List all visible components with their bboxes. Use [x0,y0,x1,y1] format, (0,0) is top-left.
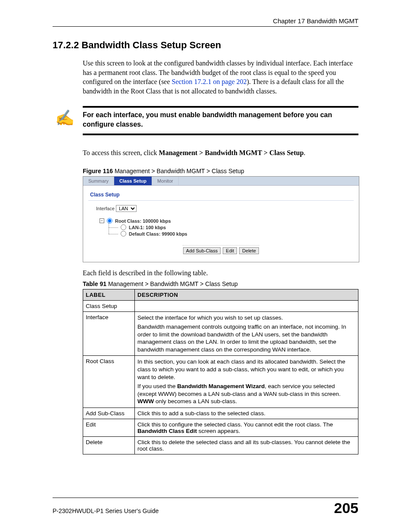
default-class-label: Default Class: 99900 kbps [129,231,187,236]
edit-button[interactable]: Edit [223,247,237,254]
table-caption: Table 91 Management > Bandwidth MGMT > C… [83,280,358,287]
figure-screenshot: Summary Class Setup Monitor Class Setup … [83,176,359,262]
cell-desc-p2: If you used the Bandwidth Management Wiz… [137,383,355,405]
cell-text: Click this to configure the selected cla… [137,421,333,428]
tab-monitor[interactable]: Monitor [152,177,179,185]
delete-button[interactable]: Delete [239,247,259,254]
cell-desc-p1: Select the interface for which you wish … [137,314,355,322]
field-description-table: LABEL DESCRIPTION Class Setup Interface … [83,289,358,454]
header-rule [53,26,358,27]
access-text-c: . [304,149,305,156]
footer-rule [53,498,358,498]
note-rule-top [83,106,358,108]
figure-caption-text: Management > Bandwidth MGMT > Class Setu… [113,168,244,174]
footer-guide-title: P-2302HWUDL-P1 Series User's Guide [53,507,159,514]
tree-toggle-icon[interactable]: − [100,218,104,223]
lan1-label: LAN-1: 100 kbps [129,225,166,230]
lan1-radio[interactable] [121,224,126,230]
cell-text: screen appears. [197,428,240,434]
cell-label: Add Sub-Class [83,408,135,419]
figure-caption-number: Figure 116 [83,168,113,174]
chapter-header: Chapter 17 Bandwidth MGMT [53,17,358,25]
tree-child-1: LAN-1: 100 kbps [109,224,354,230]
table-row: Delete Click this to delete the selected… [83,436,358,454]
note-rule-bottom [83,134,358,135]
access-text-a: To access this screen, click [83,149,159,156]
table-row: Add Sub-Class Click this to add a sub-cl… [83,408,358,419]
cell-desc: Click this to delete the selected class … [135,436,358,454]
interface-row: Interface LAN [96,205,354,212]
table-row: Root Class In this section, you can look… [83,356,358,408]
cell-desc-p2: Bandwidth management controls outgoing t… [137,323,355,353]
cell-text: If you used the [137,383,177,389]
section-heading: 17.2.2 Bandwidth Class Setup Screen [53,40,358,51]
cell-desc: Select the interface for which you wish … [135,311,358,356]
cell-desc: Click this to configure the selected cla… [135,419,358,436]
cell-desc: In this section, you can look at each cl… [135,356,358,408]
intro-paragraph: Use this screen to look at the configure… [83,59,358,96]
access-paragraph: To access this screen, click Management … [83,148,358,158]
default-class-radio[interactable] [121,231,126,236]
class-tree: − Root Class: 100000 kbps LAN-1: 100 kbp… [100,218,354,236]
figure-caption: Figure 116 Management > Bandwidth MGMT >… [83,168,358,174]
cell-bold: Bandwidth Class Edit [137,428,197,434]
tab-summary[interactable]: Summary [83,177,114,185]
cell-desc-p1: In this section, you can look at each cl… [137,358,355,381]
cell-label: Edit [83,419,135,436]
cell-bold: WWW [137,398,154,404]
tree-child-2: Default Class: 99900 kbps [109,231,354,236]
root-class-radio[interactable] [107,218,112,224]
cell-desc: Click this to add a sub-class to the sel… [135,408,358,419]
cell-bold: Bandwidth Management Wizard [177,383,265,389]
tab-class-setup[interactable]: Class Setup [114,177,152,185]
cell-text: only becomes a LAN sub-class. [154,398,237,404]
table-header-label: LABEL [83,289,135,300]
interface-label: Interface [96,206,115,211]
root-class-label: Root Class: 100000 kbps [115,218,171,224]
table-header-description: DESCRIPTION [135,289,358,300]
cell-label: Interface [83,311,135,356]
interface-select[interactable]: LAN [116,205,137,212]
table-caption-text: Management > Bandwidth MGMT > Class Setu… [106,280,238,287]
table-row: Interface Select the interface for which… [83,311,358,356]
add-sub-class-button[interactable]: Add Sub-Class [183,247,221,254]
cell-label: Delete [83,436,135,454]
tree-root-row: − Root Class: 100000 kbps [100,218,354,224]
note-block: ✍ For each interface, you must enable ba… [53,106,358,135]
table-row: Class Setup [83,300,358,311]
table-row: Edit Click this to configure the selecte… [83,419,358,436]
note-icon: ✍ [53,110,83,126]
page-number: 205 [334,500,358,516]
figure-panel-title: Class Setup [88,189,354,201]
figure-tabs: Summary Class Setup Monitor [83,177,359,186]
note-text: For each interface, you must enable band… [83,110,358,129]
table-intro: Each field is described in the following… [83,268,358,278]
cell-label: Class Setup [83,300,135,311]
cell-label: Root Class [83,356,135,408]
access-path: Management > Bandwidth MGMT > Class Setu… [159,149,304,156]
page-footer: P-2302HWUDL-P1 Series User's Guide 205 [53,498,358,516]
table-caption-number: Table 91 [83,280,106,287]
cell-desc [135,300,358,311]
cross-ref-link[interactable]: Section 17.2.1 on page 202 [172,78,247,85]
